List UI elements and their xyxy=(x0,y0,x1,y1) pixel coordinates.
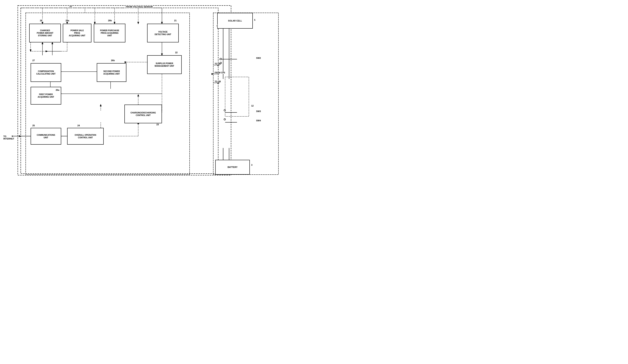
power-sale-box: POWER SALE PRICE ACQUIRING UNIT xyxy=(63,24,91,42)
label-ref24: 24 xyxy=(77,124,80,127)
label-ref22: 22 xyxy=(175,51,178,54)
svg-rect-40 xyxy=(225,77,249,117)
label-ref3: 3 xyxy=(251,164,253,166)
diagram: SOLAR CELL 5 6 FROM VOLTAGE SENSOR 20 CH… xyxy=(0,0,314,182)
label-ref12: 12 xyxy=(251,105,254,107)
solar-cell-box: SOLAR CELL xyxy=(217,13,253,29)
label-ref27: 27 xyxy=(32,59,35,61)
sw4-label: SW4 xyxy=(256,119,261,122)
label-ref29a: 29a xyxy=(65,19,70,22)
charging-discharging-box: CHARGING/DISCHARGING CONTROL UNIT xyxy=(124,105,162,123)
sw3-label: SW3 xyxy=(256,110,261,113)
internet-arrow xyxy=(12,134,32,139)
label-ref20: 20 xyxy=(69,5,72,7)
sw2-circle xyxy=(220,58,222,60)
sw2-label: SW2 xyxy=(256,57,261,59)
charged-power-box: CHARGED POWER AMOUNT STORING UNIT xyxy=(29,24,61,42)
power-purchase-box: POWER PURCHASE PRICE ACQUIRING UNIT xyxy=(94,24,125,42)
label-ref6: 6 xyxy=(216,25,218,27)
label-ref21: 21 xyxy=(174,19,177,22)
overall-operation-box: OVERALL OPERATION CONTROL UNIT xyxy=(67,128,104,145)
voltage-detecting-box: VOLTAGE DETECTING UNIT xyxy=(147,24,179,42)
communications-box: COMMUNICATIONS UNIT xyxy=(31,128,61,145)
sw2-circle-2 xyxy=(220,62,222,64)
sw3-circle xyxy=(224,109,226,111)
second-power-box: SECOND POWER ACQUIRING UNIT xyxy=(97,63,126,82)
label-ref26a: 26a xyxy=(55,89,60,91)
sw4-circle xyxy=(224,118,226,120)
compensation-calc-box: COMPENSATION CALCULATING UNIT xyxy=(31,63,61,82)
label-ref29b: 29b xyxy=(108,19,112,22)
label-ref25: 25 xyxy=(32,124,35,127)
label-ref28: 28 xyxy=(39,19,43,22)
label-ref26b: 26b xyxy=(111,59,115,61)
label-ref5: 5 xyxy=(254,19,256,21)
to-db-label-2: TO DB xyxy=(214,80,221,83)
svg-rect-2 xyxy=(213,13,278,175)
surplus-power-box: SURPLUS POWER MANAGEMENT UNIT xyxy=(147,55,182,74)
battery-box: BATTERY xyxy=(215,160,250,175)
label-ref23: 23 xyxy=(156,123,159,126)
from-cps-label: FROM CPS xyxy=(214,72,226,74)
from-voltage-sensor-label: FROM VOLTAGE SENSOR xyxy=(125,5,153,8)
